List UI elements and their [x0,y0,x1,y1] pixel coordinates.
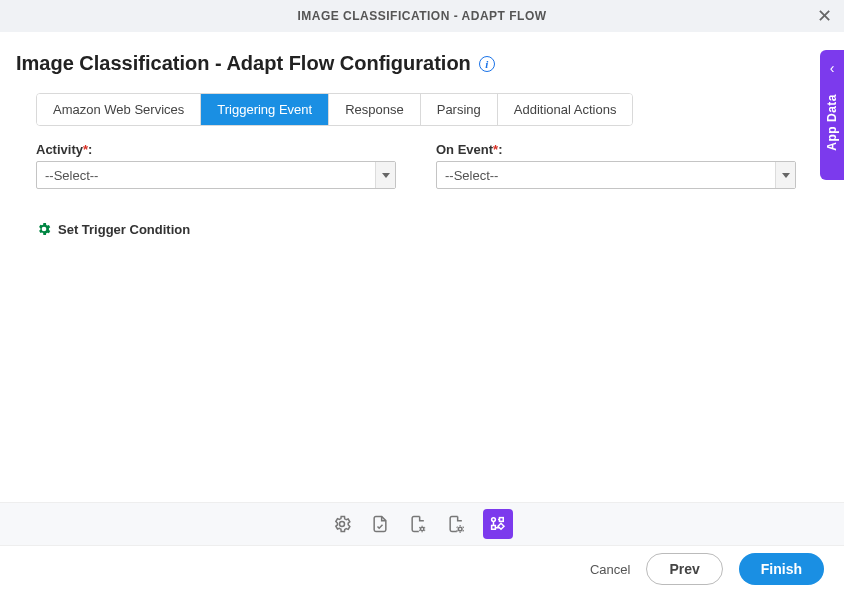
page-body: Image Classification - Adapt Flow Config… [0,32,844,237]
settings-icon[interactable] [331,513,353,535]
tab-additional-actions[interactable]: Additional Actions [498,94,633,125]
flow-icon[interactable] [483,509,513,539]
activity-select[interactable] [36,161,396,189]
page-title: Image Classification - Adapt Flow Config… [16,52,471,75]
page-title-row: Image Classification - Adapt Flow Config… [16,52,828,75]
tabs: Amazon Web Services Triggering Event Res… [36,93,633,126]
svg-rect-5 [492,526,496,530]
prev-button[interactable]: Prev [646,553,722,585]
onevent-select-wrap [436,161,796,189]
finish-button[interactable]: Finish [739,553,824,585]
activity-select-wrap [36,161,396,189]
set-trigger-condition[interactable]: Set Trigger Condition [16,221,828,237]
trigger-text: Set Trigger Condition [58,222,190,237]
document-cog-icon[interactable] [445,513,467,535]
form-row: Activity*: On Event*: [16,142,828,189]
onevent-select[interactable] [436,161,796,189]
side-panel-label: App Data [825,94,839,151]
svg-point-3 [492,518,496,522]
app-data-panel-toggle[interactable]: ‹ App Data [820,50,844,180]
tab-parsing[interactable]: Parsing [421,94,498,125]
info-icon[interactable]: i [479,56,495,72]
modal-title: IMAGE CLASSIFICATION - ADAPT FLOW [297,9,546,23]
activity-group: Activity*: [36,142,396,189]
document-gear-icon[interactable] [407,513,429,535]
onevent-group: On Event*: [436,142,796,189]
tab-response[interactable]: Response [329,94,421,125]
svg-rect-4 [500,518,504,522]
tab-triggering-event[interactable]: Triggering Event [201,94,329,125]
document-check-icon[interactable] [369,513,391,535]
gear-icon [36,221,52,237]
cancel-button[interactable]: Cancel [590,562,630,577]
activity-label: Activity*: [36,142,396,157]
tab-aws[interactable]: Amazon Web Services [37,94,201,125]
svg-point-2 [458,527,462,531]
footer-bar: Cancel Prev Finish [0,546,844,592]
chevron-left-icon: ‹ [830,60,835,76]
close-icon[interactable]: ✕ [817,7,832,25]
svg-point-0 [340,522,345,527]
modal-header: IMAGE CLASSIFICATION - ADAPT FLOW ✕ [0,0,844,32]
bottom-toolbar [0,502,844,546]
onevent-label: On Event*: [436,142,796,157]
svg-point-1 [421,527,424,530]
